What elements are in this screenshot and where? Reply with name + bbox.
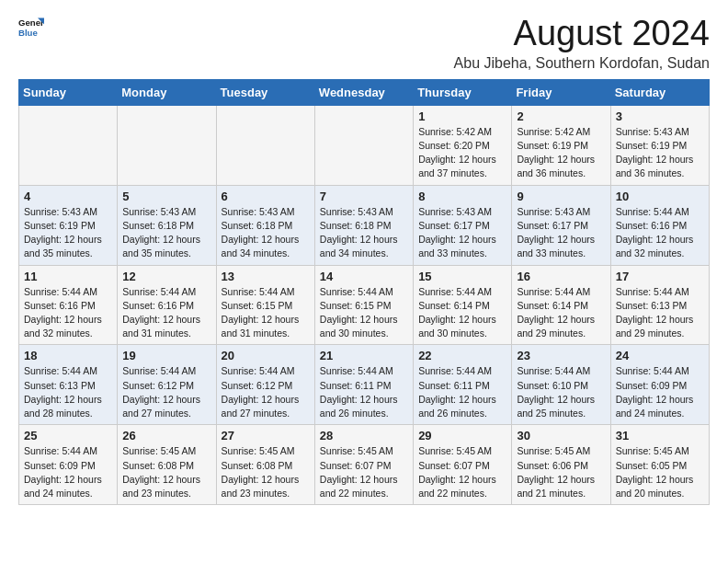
- day-info: Sunrise: 5:42 AM Sunset: 6:20 PM Dayligh…: [418, 125, 506, 181]
- day-info: Sunrise: 5:43 AM Sunset: 6:19 PM Dayligh…: [616, 125, 704, 181]
- day-info: Sunrise: 5:44 AM Sunset: 6:16 PM Dayligh…: [616, 205, 704, 261]
- day-number: 28: [320, 429, 408, 442]
- calendar-week-2: 4Sunrise: 5:43 AM Sunset: 6:19 PM Daylig…: [19, 185, 710, 265]
- day-number: 23: [517, 349, 605, 362]
- day-number: 14: [320, 270, 408, 283]
- day-number: 31: [616, 429, 704, 442]
- calendar-week-3: 11Sunrise: 5:44 AM Sunset: 6:16 PM Dayli…: [19, 265, 710, 345]
- calendar-cell: 15Sunrise: 5:44 AM Sunset: 6:14 PM Dayli…: [414, 265, 512, 345]
- day-info: Sunrise: 5:43 AM Sunset: 6:18 PM Dayligh…: [320, 205, 408, 261]
- day-info: Sunrise: 5:44 AM Sunset: 6:11 PM Dayligh…: [418, 364, 506, 420]
- calendar-cell: 27Sunrise: 5:45 AM Sunset: 6:08 PM Dayli…: [216, 425, 314, 505]
- day-header-thursday: Thursday: [414, 79, 512, 105]
- day-number: 12: [122, 270, 210, 283]
- day-header-monday: Monday: [118, 79, 216, 105]
- calendar-cell: 17Sunrise: 5:44 AM Sunset: 6:13 PM Dayli…: [610, 265, 709, 345]
- day-header-tuesday: Tuesday: [216, 79, 314, 105]
- calendar-cell: 26Sunrise: 5:45 AM Sunset: 6:08 PM Dayli…: [118, 425, 216, 505]
- logo: General Blue: [18, 15, 44, 40]
- day-number: 8: [418, 190, 506, 203]
- day-info: Sunrise: 5:44 AM Sunset: 6:09 PM Dayligh…: [616, 364, 704, 420]
- day-number: 5: [122, 190, 210, 203]
- calendar-week-4: 18Sunrise: 5:44 AM Sunset: 6:13 PM Dayli…: [19, 345, 710, 425]
- day-number: 30: [517, 429, 605, 442]
- calendar-cell: 29Sunrise: 5:45 AM Sunset: 6:07 PM Dayli…: [414, 425, 512, 505]
- day-info: Sunrise: 5:44 AM Sunset: 6:16 PM Dayligh…: [24, 285, 112, 341]
- day-info: Sunrise: 5:44 AM Sunset: 6:09 PM Dayligh…: [24, 444, 112, 500]
- calendar-cell: 3Sunrise: 5:43 AM Sunset: 6:19 PM Daylig…: [610, 105, 709, 185]
- calendar-cell: [19, 105, 118, 185]
- calendar-header-row: SundayMondayTuesdayWednesdayThursdayFrid…: [19, 79, 710, 105]
- day-info: Sunrise: 5:45 AM Sunset: 6:07 PM Dayligh…: [418, 444, 506, 500]
- day-info: Sunrise: 5:44 AM Sunset: 6:14 PM Dayligh…: [418, 285, 506, 341]
- day-number: 11: [24, 270, 112, 283]
- calendar-cell: 21Sunrise: 5:44 AM Sunset: 6:11 PM Dayli…: [314, 345, 413, 425]
- day-info: Sunrise: 5:43 AM Sunset: 6:17 PM Dayligh…: [517, 205, 605, 261]
- day-info: Sunrise: 5:45 AM Sunset: 6:06 PM Dayligh…: [517, 444, 605, 500]
- day-number: 13: [222, 270, 310, 283]
- location-title: Abu Jibeha, Southern Kordofan, Sudan: [454, 55, 710, 72]
- calendar-table: SundayMondayTuesdayWednesdayThursdayFrid…: [18, 79, 710, 505]
- day-number: 7: [320, 190, 408, 203]
- calendar-cell: 20Sunrise: 5:44 AM Sunset: 6:12 PM Dayli…: [216, 345, 314, 425]
- day-info: Sunrise: 5:44 AM Sunset: 6:16 PM Dayligh…: [122, 285, 210, 341]
- day-info: Sunrise: 5:45 AM Sunset: 6:08 PM Dayligh…: [222, 444, 310, 500]
- calendar-cell: 13Sunrise: 5:44 AM Sunset: 6:15 PM Dayli…: [216, 265, 314, 345]
- day-number: 15: [418, 270, 506, 283]
- calendar-cell: 5Sunrise: 5:43 AM Sunset: 6:18 PM Daylig…: [118, 185, 216, 265]
- day-header-saturday: Saturday: [610, 79, 709, 105]
- day-info: Sunrise: 5:42 AM Sunset: 6:19 PM Dayligh…: [517, 125, 605, 181]
- calendar-cell: 2Sunrise: 5:42 AM Sunset: 6:19 PM Daylig…: [512, 105, 610, 185]
- month-title: August 2024: [454, 15, 710, 53]
- calendar-week-1: 1Sunrise: 5:42 AM Sunset: 6:20 PM Daylig…: [19, 105, 710, 185]
- day-number: 3: [616, 109, 704, 123]
- calendar-cell: 19Sunrise: 5:44 AM Sunset: 6:12 PM Dayli…: [118, 345, 216, 425]
- day-info: Sunrise: 5:44 AM Sunset: 6:13 PM Dayligh…: [616, 285, 704, 341]
- page-header: General Blue August 2024 Abu Jibeha, Sou…: [18, 15, 710, 72]
- calendar-body: 1Sunrise: 5:42 AM Sunset: 6:20 PM Daylig…: [19, 105, 710, 504]
- calendar-cell: 4Sunrise: 5:43 AM Sunset: 6:19 PM Daylig…: [19, 185, 118, 265]
- calendar-week-5: 25Sunrise: 5:44 AM Sunset: 6:09 PM Dayli…: [19, 425, 710, 505]
- calendar-cell: 6Sunrise: 5:43 AM Sunset: 6:18 PM Daylig…: [216, 185, 314, 265]
- calendar-cell: 8Sunrise: 5:43 AM Sunset: 6:17 PM Daylig…: [414, 185, 512, 265]
- calendar-cell: 16Sunrise: 5:44 AM Sunset: 6:14 PM Dayli…: [512, 265, 610, 345]
- calendar-cell: 9Sunrise: 5:43 AM Sunset: 6:17 PM Daylig…: [512, 185, 610, 265]
- day-number: 29: [418, 429, 506, 442]
- day-number: 16: [517, 270, 605, 283]
- day-info: Sunrise: 5:45 AM Sunset: 6:07 PM Dayligh…: [320, 444, 408, 500]
- calendar-cell: 18Sunrise: 5:44 AM Sunset: 6:13 PM Dayli…: [19, 345, 118, 425]
- day-number: 6: [222, 190, 310, 203]
- calendar-cell: 30Sunrise: 5:45 AM Sunset: 6:06 PM Dayli…: [512, 425, 610, 505]
- calendar-cell: 12Sunrise: 5:44 AM Sunset: 6:16 PM Dayli…: [118, 265, 216, 345]
- calendar-cell: 11Sunrise: 5:44 AM Sunset: 6:16 PM Dayli…: [19, 265, 118, 345]
- day-header-wednesday: Wednesday: [314, 79, 413, 105]
- day-info: Sunrise: 5:44 AM Sunset: 6:10 PM Dayligh…: [517, 364, 605, 420]
- day-info: Sunrise: 5:43 AM Sunset: 6:18 PM Dayligh…: [222, 205, 310, 261]
- day-info: Sunrise: 5:44 AM Sunset: 6:13 PM Dayligh…: [24, 364, 112, 420]
- day-number: 20: [222, 349, 310, 362]
- day-number: 1: [418, 109, 506, 123]
- day-info: Sunrise: 5:44 AM Sunset: 6:15 PM Dayligh…: [320, 285, 408, 341]
- day-number: 21: [320, 349, 408, 362]
- day-info: Sunrise: 5:44 AM Sunset: 6:14 PM Dayligh…: [517, 285, 605, 341]
- calendar-cell: 1Sunrise: 5:42 AM Sunset: 6:20 PM Daylig…: [414, 105, 512, 185]
- calendar-cell: 22Sunrise: 5:44 AM Sunset: 6:11 PM Dayli…: [414, 345, 512, 425]
- day-header-sunday: Sunday: [19, 79, 118, 105]
- day-number: 19: [122, 349, 210, 362]
- svg-text:Blue: Blue: [18, 28, 38, 38]
- day-info: Sunrise: 5:44 AM Sunset: 6:12 PM Dayligh…: [122, 364, 210, 420]
- calendar-cell: 23Sunrise: 5:44 AM Sunset: 6:10 PM Dayli…: [512, 345, 610, 425]
- calendar-cell: 28Sunrise: 5:45 AM Sunset: 6:07 PM Dayli…: [314, 425, 413, 505]
- day-info: Sunrise: 5:45 AM Sunset: 6:08 PM Dayligh…: [122, 444, 210, 500]
- calendar-cell: [216, 105, 314, 185]
- day-number: 10: [616, 190, 704, 203]
- calendar-cell: 10Sunrise: 5:44 AM Sunset: 6:16 PM Dayli…: [610, 185, 709, 265]
- day-number: 25: [24, 429, 112, 442]
- calendar-cell: 7Sunrise: 5:43 AM Sunset: 6:18 PM Daylig…: [314, 185, 413, 265]
- day-info: Sunrise: 5:44 AM Sunset: 6:12 PM Dayligh…: [222, 364, 310, 420]
- day-header-friday: Friday: [512, 79, 610, 105]
- day-number: 2: [517, 109, 605, 123]
- calendar-cell: [314, 105, 413, 185]
- day-info: Sunrise: 5:43 AM Sunset: 6:17 PM Dayligh…: [418, 205, 506, 261]
- day-number: 22: [418, 349, 506, 362]
